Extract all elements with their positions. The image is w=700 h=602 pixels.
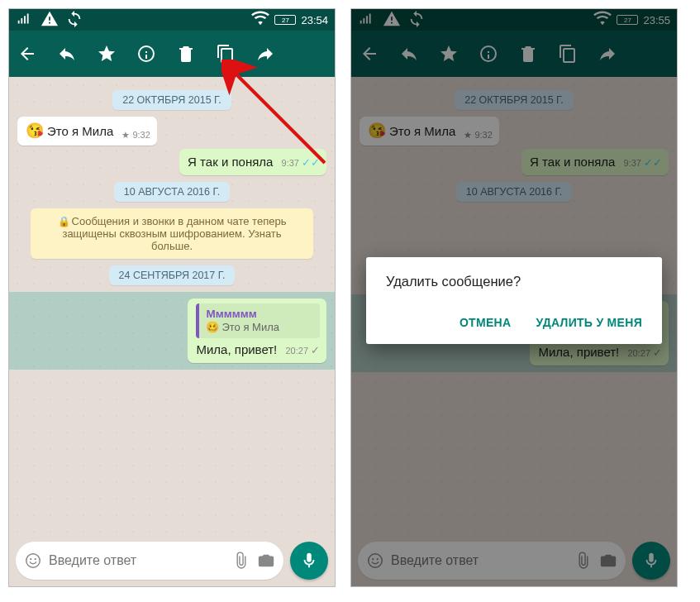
svg-point-4 — [372, 558, 374, 560]
svg-point-1 — [30, 558, 31, 560]
star-meta-icon: ★ — [464, 129, 472, 141]
input-pill[interactable] — [16, 542, 283, 580]
trash-icon[interactable] — [518, 44, 538, 64]
back-arrow-icon[interactable] — [360, 44, 379, 64]
emoji-kiss-icon: 😘 — [26, 122, 44, 139]
signal-icon — [16, 10, 34, 31]
message-text: Это я Мила — [47, 124, 113, 138]
status-time: 23:55 — [643, 14, 670, 26]
forward-icon[interactable] — [598, 44, 617, 64]
battery-level: 27 — [624, 17, 631, 24]
battery-level: 27 — [282, 17, 289, 24]
svg-point-0 — [26, 554, 40, 568]
message-time: 9:32 — [474, 129, 492, 141]
phone-left: 27 23:54 22 ОКТЯБРЯ 2015 Г. 😘Э — [8, 8, 336, 587]
emoji-icon[interactable] — [24, 552, 42, 570]
camera-icon[interactable] — [257, 552, 275, 570]
reply-quote: Мммммм 🥴Это я Мила — [196, 303, 320, 338]
message-text: Я так и поняла — [188, 155, 273, 169]
message-text: Я так и поняла — [530, 155, 615, 169]
date-separator: 10 АВГУСТА 2016 Г. — [114, 182, 230, 202]
sent-tick-icon: ✓ — [653, 346, 662, 361]
star-meta-icon: ★ — [121, 129, 130, 141]
message-time: 20:27 — [627, 347, 650, 359]
trash-icon[interactable] — [176, 44, 196, 64]
wifi-icon — [251, 10, 269, 31]
encryption-text: Сообщения и звонки в данном чате теперь … — [62, 215, 286, 252]
message-outgoing[interactable]: Я так и поняла 9:37✓✓ — [17, 149, 326, 175]
dialog-delete-for-me-button[interactable]: УДАЛИТЬ У МЕНЯ — [532, 309, 645, 336]
attach-icon[interactable] — [232, 552, 250, 570]
status-bar: 27 23:54 — [9, 9, 335, 31]
delete-confirm-dialog: Удалить сообщение? ОТМЕНА УДАЛИТЬ У МЕНЯ — [366, 257, 662, 344]
emoji-kiss-icon: 😘 — [368, 122, 386, 139]
message-time: 20:27 — [285, 345, 308, 356]
reply-icon[interactable] — [399, 44, 419, 64]
encryption-notice[interactable]: 🔒Сообщения и звонки в данном чате теперь… — [31, 208, 313, 259]
read-ticks-icon: ✓✓ — [644, 156, 662, 170]
message-incoming[interactable]: 😘Это я Мила ★9:32 — [17, 117, 326, 146]
message-outgoing: Я так и поняла 9:37✓✓ — [360, 149, 669, 175]
message-text: Это я Мила — [389, 124, 455, 138]
camera-icon — [599, 552, 617, 570]
emoji-woozy-icon: 🥴 — [206, 321, 219, 335]
reply-icon[interactable] — [57, 44, 77, 64]
back-arrow-icon[interactable] — [17, 44, 37, 64]
message-incoming: 😘Это я Мила ★9:32 — [360, 117, 669, 146]
message-input[interactable] — [49, 553, 226, 568]
date-separator: 10 АВГУСТА 2016 Г. — [456, 182, 572, 202]
status-time: 23:54 — [301, 14, 328, 26]
selection-action-bar — [351, 31, 677, 77]
selection-action-bar — [9, 31, 335, 77]
message-time: 9:32 — [132, 129, 150, 141]
svg-point-2 — [35, 558, 36, 560]
phone-right: 27 23:55 22 ОКТЯБРЯ 2015 Г. 😘Это я Мила … — [350, 8, 678, 587]
signal-icon — [358, 10, 376, 31]
battery-icon: 27 — [274, 15, 296, 25]
wifi-icon — [593, 10, 612, 31]
date-separator: 22 ОКТЯБРЯ 2015 Г. — [455, 90, 574, 110]
reply-sender-name: Мммммм — [206, 307, 313, 322]
emoji-icon — [366, 552, 384, 570]
message-text: Мила, привет! — [538, 345, 619, 359]
warning-icon — [40, 10, 59, 31]
info-icon[interactable] — [136, 44, 156, 64]
star-icon[interactable] — [97, 44, 117, 64]
sync-icon — [407, 10, 426, 31]
input-pill — [358, 542, 626, 580]
copy-icon[interactable] — [216, 44, 236, 64]
date-separator: 22 ОКТЯБРЯ 2015 Г. — [112, 90, 231, 110]
battery-icon: 27 — [617, 15, 638, 25]
info-icon[interactable] — [479, 44, 498, 64]
mic-button[interactable] — [290, 542, 328, 580]
message-time: 9:37 — [624, 157, 641, 169]
read-ticks-icon: ✓✓ — [302, 156, 320, 170]
sync-icon — [65, 10, 83, 31]
dialog-title: Удалить сообщение? — [386, 274, 645, 289]
date-separator: 24 СЕНТЯБРЯ 2017 Г. — [109, 265, 236, 285]
message-text: Мила, привет! — [196, 342, 277, 356]
attach-icon — [574, 552, 593, 570]
lock-icon: 🔒 — [58, 216, 70, 227]
message-time: 9:37 — [282, 157, 299, 169]
chat-area[interactable]: 22 ОКТЯБРЯ 2015 Г. 😘Это я Мила ★9:32 Я т… — [9, 77, 335, 535]
sent-tick-icon: ✓ — [311, 344, 320, 358]
reply-quoted-text: Это я Мила — [221, 321, 279, 335]
warning-icon — [383, 10, 401, 31]
message-input — [391, 553, 568, 568]
forward-icon[interactable] — [255, 44, 275, 64]
svg-point-5 — [377, 558, 379, 560]
input-bar — [9, 535, 335, 586]
dialog-cancel-button[interactable]: ОТМЕНА — [456, 309, 514, 336]
svg-point-3 — [369, 554, 383, 568]
input-bar — [351, 535, 677, 586]
copy-icon[interactable] — [558, 44, 578, 64]
mic-button — [632, 542, 670, 580]
star-icon[interactable] — [439, 44, 459, 64]
selected-message-band[interactable]: Мммммм 🥴Это я Мила Мила, привет! 20:27✓ — [9, 292, 335, 370]
status-bar: 27 23:55 — [351, 9, 677, 31]
